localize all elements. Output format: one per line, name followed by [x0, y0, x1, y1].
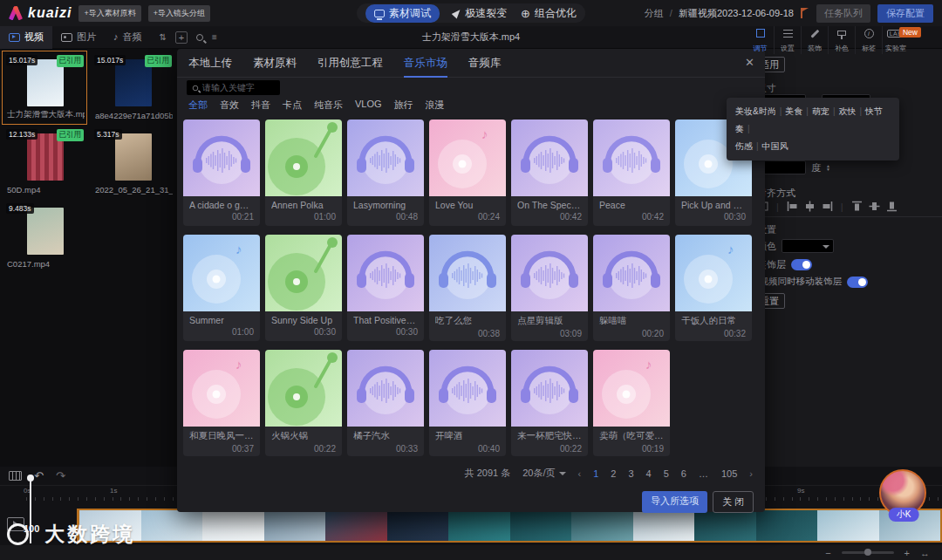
filmstrip-frame[interactable] — [817, 510, 879, 541]
page-number[interactable]: 2 — [611, 468, 616, 479]
filmstrip-frame[interactable] — [510, 510, 572, 541]
align-left-icon[interactable] — [787, 201, 798, 212]
prev-page-icon[interactable]: ‹ — [578, 468, 582, 479]
keyframe-icon[interactable] — [9, 471, 22, 481]
zoom-out-icon[interactable]: − — [825, 548, 830, 558]
library-clip[interactable]: 15.017s 已引用 士力架滑雪大版本.mp4 — [2, 51, 87, 125]
color-select[interactable] — [782, 239, 834, 253]
import-selected-button[interactable]: 导入所选项 — [642, 491, 707, 513]
music-track-card[interactable]: ♪ 和夏日晚风一… 00:37 — [183, 350, 260, 456]
music-track-card[interactable]: 开啤酒 00:40 — [429, 350, 506, 456]
library-clip[interactable]: 15.017s 已引用 a8e4229e71a71d05b1ef715 — [90, 51, 175, 125]
page-number[interactable]: 6 — [681, 468, 686, 479]
tool-adjust[interactable]: 调节 — [747, 26, 774, 54]
popup-category-item[interactable]: 中国风 — [762, 141, 788, 151]
media-tab-video[interactable]: 视频 — [0, 26, 52, 49]
popup-category-item[interactable]: 美食 — [785, 106, 802, 116]
align-center-horizontal-icon[interactable] — [804, 201, 816, 212]
category-item[interactable]: 音效 — [220, 99, 239, 112]
timeline-zoom-slider[interactable] — [842, 551, 894, 554]
modal-tab[interactable]: 音乐市场 — [404, 49, 447, 78]
music-track-card[interactable]: 点星剪辑版 03:09 — [511, 235, 588, 341]
modal-tab[interactable]: 音频库 — [468, 49, 502, 78]
category-item[interactable]: 旅行 — [394, 99, 413, 112]
undo-icon[interactable]: ↶ — [34, 469, 44, 482]
list-view-icon[interactable]: ≡ — [212, 32, 217, 42]
music-track-card[interactable]: 来一杯肥宅快… 00:22 — [511, 350, 588, 456]
align-right-icon[interactable] — [822, 201, 833, 212]
save-config-button[interactable]: 保存配置 — [877, 4, 933, 23]
page-number[interactable]: 3 — [628, 468, 633, 479]
page-number[interactable]: 5 — [664, 468, 669, 479]
modal-close-button[interactable]: 关 闭 — [713, 491, 754, 513]
popup-category-item[interactable]: 欢快 — [839, 106, 857, 116]
filmstrip-frame[interactable] — [387, 510, 449, 541]
flag-icon[interactable] — [801, 8, 809, 18]
filmstrip-frame[interactable] — [202, 510, 264, 541]
search-box[interactable] — [187, 80, 280, 95]
tool-decorate[interactable]: 装饰 — [801, 26, 828, 54]
music-track-card[interactable]: ♪ Summer 01:00 — [183, 235, 260, 341]
combo-optimize-tab[interactable]: ⊕ 组合优化 — [521, 6, 577, 21]
music-track-card[interactable]: Lasymorning 00:48 — [347, 120, 424, 226]
music-track-card[interactable]: That Positive F… 00:30 — [347, 235, 424, 341]
music-track-card[interactable]: 火锅火锅 00:22 — [265, 350, 342, 456]
library-clip[interactable]: 12.133s 已引用 50D.mp4 — [2, 125, 87, 199]
music-track-card[interactable]: On The Specia… 00:42 — [511, 120, 588, 226]
category-item[interactable]: 纯音乐 — [314, 99, 343, 112]
material-debug-tab[interactable]: 素材调试 — [365, 4, 440, 23]
music-track-card[interactable]: ♪ 卖萌（吃可爱… 00:19 — [593, 350, 670, 456]
category-item[interactable]: 卡点 — [283, 99, 302, 112]
video-clip-strip[interactable] — [77, 509, 942, 543]
modal-tab[interactable]: 素材原料 — [253, 49, 297, 78]
speed-fission-tab[interactable]: 极速裂变 — [454, 6, 507, 21]
close-icon[interactable]: ✕ — [745, 56, 754, 69]
page-number[interactable]: 1 — [593, 468, 598, 479]
category-item[interactable]: 抖音 — [251, 99, 270, 112]
music-track-card[interactable]: Peace 00:42 — [593, 120, 670, 226]
filmstrip-frame[interactable] — [571, 510, 633, 541]
popup-category-item[interactable]: 萌宠 — [812, 106, 829, 116]
decoration-layer-toggle[interactable] — [791, 259, 812, 270]
tool-settings[interactable]: 设置 — [774, 26, 801, 54]
category-item[interactable]: VLOG — [355, 99, 382, 112]
import-material-button[interactable]: +导入素材原料 — [78, 5, 140, 22]
page-number[interactable]: 105 — [721, 468, 737, 479]
modal-tab[interactable]: 本地上传 — [188, 49, 232, 78]
assistant-widget[interactable]: 小K — [879, 469, 928, 516]
music-track-card[interactable]: Sunny Side Up 00:30 — [265, 235, 342, 341]
music-track-card[interactable]: 躲喵喵 00:20 — [593, 235, 670, 341]
page-number[interactable]: … — [699, 468, 709, 479]
next-page-icon[interactable]: › — [749, 468, 753, 479]
align-bottom-icon[interactable] — [886, 201, 898, 212]
page-number[interactable]: 4 — [646, 468, 652, 479]
filmstrip-frame[interactable] — [264, 510, 326, 541]
fit-timeline-icon[interactable]: ↔ — [920, 548, 930, 558]
redo-icon[interactable]: ↷ — [56, 469, 65, 482]
filmstrip-frame[interactable] — [633, 510, 695, 541]
music-track-card[interactable]: 吃了么您 00:38 — [429, 235, 506, 341]
filmstrip-frame[interactable] — [448, 510, 510, 541]
popup-category-item[interactable]: 伤感 — [735, 141, 753, 151]
tool-color-fix[interactable]: 补色 — [828, 26, 855, 54]
music-track-card[interactable]: ♪ Love You 00:24 — [429, 120, 506, 226]
music-track-card[interactable]: A cidade o gat… 00:21 — [183, 120, 260, 226]
search-icon[interactable] — [196, 34, 203, 41]
filmstrip-frame[interactable] — [694, 510, 756, 541]
library-clip[interactable]: 9.483s C0217.mp4 — [2, 199, 87, 273]
category-item[interactable]: 浪漫 — [426, 99, 445, 112]
filmstrip-frame[interactable] — [141, 510, 203, 541]
music-track-card[interactable]: ♪ 干饭人的日常 00:32 — [675, 235, 752, 341]
zoom-in-icon[interactable]: + — [904, 548, 910, 558]
tool-label[interactable]: i 标签 — [855, 26, 882, 54]
media-tab-audio[interactable]: ♪音频 — [105, 26, 151, 49]
import-shot-group-button[interactable]: +导入镜头分组 — [148, 5, 210, 22]
task-queue-button[interactable]: 任务队列 — [816, 4, 870, 23]
search-input[interactable] — [202, 83, 272, 92]
move-with-video-toggle[interactable] — [847, 277, 868, 288]
filmstrip-frame[interactable] — [756, 510, 818, 541]
sort-icon[interactable]: ⇅ — [160, 32, 167, 42]
music-track-card[interactable]: Annen Polka 01:00 — [265, 120, 342, 226]
align-middle-vertical-icon[interactable] — [869, 201, 880, 212]
align-top-icon[interactable] — [851, 201, 863, 212]
